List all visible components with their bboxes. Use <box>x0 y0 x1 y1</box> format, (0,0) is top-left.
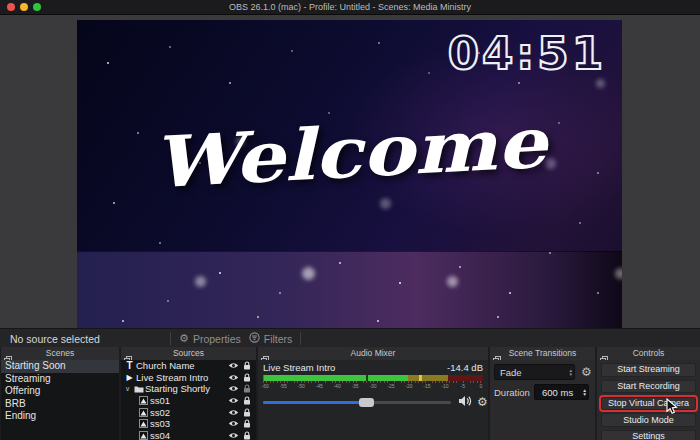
panel-title: Controls <box>597 347 700 360</box>
titlebar: OBS 26.1.0 (mac) - Profile: Untitled - S… <box>0 0 700 15</box>
controls-panel-header[interactable]: Controls <box>597 347 700 361</box>
source-item[interactable]: ss02 <box>121 406 256 418</box>
visibility-eye-icon[interactable] <box>227 397 240 404</box>
lock-icon[interactable] <box>240 384 253 393</box>
source-toolbar: No source selected ⚙ Properties Filters <box>0 328 700 348</box>
select-arrows-icon: ▴▾ <box>569 365 572 379</box>
filters-label: Filters <box>264 333 293 345</box>
stop-virtual-camera-button[interactable]: Stop Virtual Camera <box>601 397 696 411</box>
audio-mixer-panel: Audio Mixer Live Stream Intro -14.4 dB -… <box>258 347 488 440</box>
scene-item[interactable]: BRB <box>1 398 119 411</box>
media-source-icon: ▶ <box>123 373 136 382</box>
scene-list: Starting Soon Streaming Offering BRB End… <box>1 360 119 440</box>
volume-slider-handle[interactable] <box>359 398 374 407</box>
obs-window: OBS 26.1.0 (mac) - Profile: Untitled - S… <box>0 0 700 440</box>
settings-button[interactable]: Settings <box>601 430 696 440</box>
duration-input[interactable]: 600 ms ▴▾ <box>534 384 589 400</box>
minimize-window-button[interactable] <box>20 3 28 11</box>
chevron-down-icon[interactable]: ∨ <box>123 385 132 393</box>
source-group-item[interactable]: ∨ Starting Shortly <box>121 383 256 395</box>
meter-ruler: -60-55-50-45-40-35-30-25-20-15-10-50 <box>263 381 483 389</box>
text-source-icon: T <box>123 360 136 371</box>
speaker-icon[interactable] <box>458 393 472 411</box>
mouse-cursor <box>666 398 678 419</box>
controls-panel: Controls Start Streaming Start Recording… <box>597 347 700 440</box>
scene-transitions-panel-header[interactable]: Scene Transitions <box>490 347 595 361</box>
visibility-eye-icon[interactable] <box>227 432 240 439</box>
lock-icon[interactable] <box>240 396 253 405</box>
panel-title: Audio Mixer <box>258 347 488 360</box>
audio-source-name: Live Stream Intro <box>263 362 335 373</box>
panel-title: Scene Transitions <box>490 347 595 360</box>
lock-icon[interactable] <box>240 419 253 428</box>
transition-settings-gear-icon[interactable]: ⚙ <box>581 366 592 378</box>
image-source-icon <box>137 431 150 440</box>
lock-icon[interactable] <box>240 431 253 440</box>
video-preview[interactable]: Welcome 04:51 <box>77 20 622 328</box>
preview-background: Welcome 04:51 <box>0 15 700 328</box>
lock-icon[interactable] <box>240 361 253 370</box>
source-item[interactable]: ss03 <box>121 418 256 430</box>
visibility-eye-icon[interactable] <box>227 374 240 381</box>
toolbar-separator <box>300 332 301 345</box>
visibility-eye-icon[interactable] <box>227 409 240 416</box>
volume-fill <box>263 401 366 404</box>
source-item[interactable]: T Church Name <box>121 360 256 372</box>
filter-icon <box>249 332 260 345</box>
spinner-arrows-icon[interactable]: ▴▾ <box>583 385 586 399</box>
scene-transitions-panel: Scene Transitions Fade ▴▾ ⚙ Duration 600… <box>490 347 595 440</box>
properties-button[interactable]: ⚙ Properties <box>179 333 241 345</box>
audio-level-db: -14.4 dB <box>447 362 483 373</box>
scene-item[interactable]: Starting Soon <box>1 360 119 373</box>
window-controls <box>7 3 41 11</box>
audio-mixer-panel-header[interactable]: Audio Mixer <box>258 347 488 361</box>
filters-button[interactable]: Filters <box>249 332 293 345</box>
source-item[interactable]: ss01 <box>121 395 256 407</box>
volume-slider[interactable] <box>263 401 451 404</box>
studio-mode-button[interactable]: Studio Mode <box>601 413 696 427</box>
scene-item[interactable]: Ending <box>1 410 119 423</box>
toolbar-separator <box>170 332 171 345</box>
start-streaming-button[interactable]: Start Streaming <box>601 363 696 377</box>
gear-icon: ⚙ <box>179 333 189 344</box>
panel-title: Sources <box>121 347 256 360</box>
start-recording-button[interactable]: Start Recording <box>601 380 696 394</box>
source-item[interactable]: ss04 <box>121 430 256 440</box>
group-folder-icon <box>132 385 145 393</box>
status-message: No source selected <box>10 333 100 345</box>
close-window-button[interactable] <box>7 3 15 11</box>
scene-item[interactable]: Offering <box>1 385 119 398</box>
sources-panel-header[interactable]: Sources <box>121 347 256 361</box>
visibility-eye-icon[interactable] <box>227 362 240 369</box>
properties-label: Properties <box>193 333 241 345</box>
visibility-eye-icon[interactable] <box>227 420 240 427</box>
scenes-panel: Scenes Starting Soon Streaming Offering … <box>1 347 119 440</box>
source-list: T Church Name ▶ Live Stream Intro ∨ Star… <box>121 360 256 440</box>
dock-area: Scenes Starting Soon Streaming Offering … <box>0 347 700 440</box>
window-title: OBS 26.1.0 (mac) - Profile: Untitled - S… <box>0 0 700 14</box>
sources-panel: Sources T Church Name ▶ Live Stream Intr… <box>121 347 256 440</box>
visibility-eye-icon[interactable] <box>227 385 240 392</box>
audio-settings-gear-icon[interactable]: ⚙ <box>477 396 488 408</box>
source-item[interactable]: ▶ Live Stream Intro <box>121 372 256 384</box>
countdown-timer: 04:51 <box>448 27 606 80</box>
lock-icon[interactable] <box>240 373 253 382</box>
maximize-window-button[interactable] <box>33 3 41 11</box>
lock-icon[interactable] <box>240 408 253 417</box>
duration-label: Duration <box>494 387 534 398</box>
image-source-icon <box>137 419 150 428</box>
image-source-icon <box>137 396 150 405</box>
scene-item[interactable]: Streaming <box>1 373 119 386</box>
transition-select[interactable]: Fade ▴▾ <box>494 364 575 380</box>
image-source-icon <box>137 408 150 417</box>
panel-title: Scenes <box>1 347 119 360</box>
scenes-panel-header[interactable]: Scenes <box>1 347 119 361</box>
